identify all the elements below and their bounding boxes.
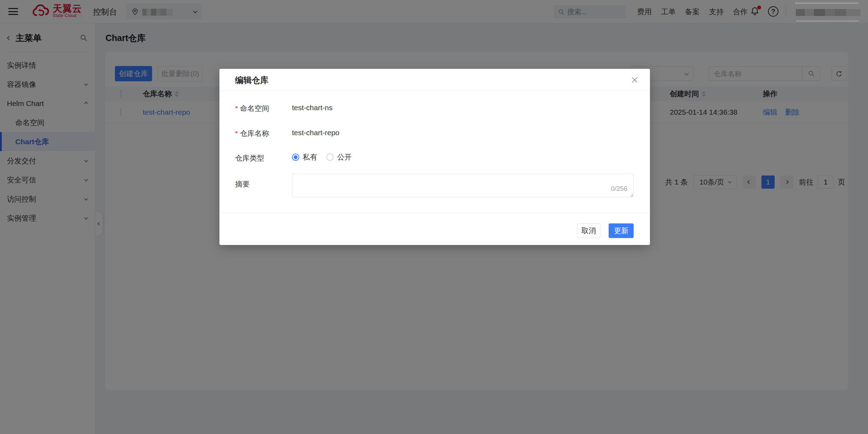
close-icon[interactable] (629, 74, 640, 85)
summary-field: 0/256 (292, 174, 634, 197)
summary-textarea[interactable] (292, 174, 634, 197)
update-button[interactable]: 更新 (609, 223, 634, 238)
modal-footer: 取消 更新 (219, 213, 650, 245)
redacted-user-block (796, 21, 859, 22)
repo-name-label: 仓库名称 (235, 129, 291, 138)
redacted-user-name (796, 9, 860, 16)
edit-repo-modal: 编辑仓库 命名空间 test-chart-ns 仓库名称 test-chart-… (219, 69, 650, 245)
app-root: 天翼云 State Cloud 控制台 搜索... 费用 工单 备案 (0, 0, 868, 434)
repo-type-radio-group: 私有 公开 (292, 152, 352, 162)
namespace-label: 命名空间 (235, 104, 291, 113)
radio-selected-icon (292, 154, 299, 161)
redacted-user-block (795, 2, 858, 4)
radio-private[interactable]: 私有 (292, 152, 317, 162)
repo-type-label: 仓库类型 (235, 153, 291, 163)
summary-label: 摘要 (235, 179, 291, 189)
redacted-region-name (142, 9, 173, 16)
cancel-button[interactable]: 取消 (577, 223, 600, 238)
repo-name-value: test-chart-repo (292, 129, 340, 137)
radio-unselected-icon (326, 154, 334, 161)
modal-title: 编辑仓库 (235, 75, 268, 86)
modal-header: 编辑仓库 (219, 69, 650, 91)
radio-public[interactable]: 公开 (326, 152, 352, 162)
namespace-value: test-chart-ns (292, 104, 333, 112)
